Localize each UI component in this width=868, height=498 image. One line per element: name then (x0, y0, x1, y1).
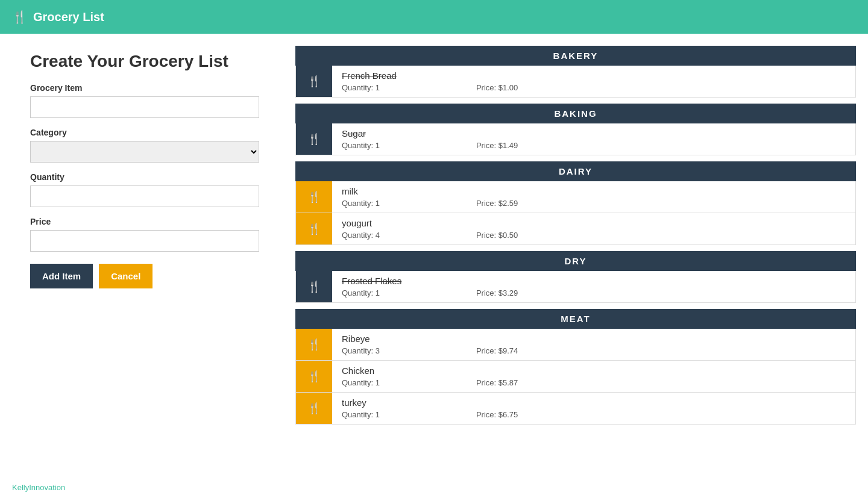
category-group-bakery: BAKERY🍴French BreadQuantity: 1Price: $1.… (295, 46, 856, 98)
item-details: Quantity: 1Price: $3.29 (342, 288, 846, 297)
item-details: Quantity: 1Price: $2.59 (342, 199, 846, 208)
item-name: milk (342, 186, 846, 196)
item-quantity: Quantity: 1 (342, 141, 380, 150)
cancel-button[interactable]: Cancel (99, 264, 153, 288)
category-header: DAIRY (295, 161, 856, 181)
item-content: RibeyeQuantity: 3Price: $9.74 (332, 329, 855, 360)
item-icon: 🍴 (296, 66, 332, 97)
category-group-dry: DRY🍴Frosted FlakesQuantity: 1Price: $3.2… (295, 251, 856, 303)
item-quantity: Quantity: 1 (342, 378, 380, 387)
price-group: Price (30, 217, 259, 252)
grocery-list-panel: BAKERY🍴French BreadQuantity: 1Price: $1.… (289, 34, 868, 443)
item-icon: 🍴 (296, 393, 332, 424)
category-group-meat: MEAT🍴RibeyeQuantity: 3Price: $9.74🍴Chick… (295, 309, 856, 425)
list-item[interactable]: 🍴French BreadQuantity: 1Price: $1.00 (295, 66, 856, 98)
category-group: Category Bakery Baking Dairy Dry Meat Pr… (30, 128, 259, 163)
category-header: DRY (295, 251, 856, 271)
grocery-item-label: Grocery Item (30, 83, 259, 93)
item-icon: 🍴 (296, 181, 332, 213)
item-price: Price: $2.59 (476, 199, 518, 208)
item-content: yougurtQuantity: 4Price: $0.50 (332, 213, 855, 244)
item-name: Chicken (342, 366, 846, 376)
category-header: MEAT (295, 309, 856, 329)
item-content: turkeyQuantity: 1Price: $6.75 (332, 393, 855, 424)
item-icon: 🍴 (296, 213, 332, 244)
app-icon: 🍴 (12, 10, 27, 24)
item-name: Ribeye (342, 334, 846, 344)
grocery-item-input[interactable] (30, 96, 259, 118)
item-price: Price: $5.87 (476, 378, 518, 387)
list-item[interactable]: 🍴yougurtQuantity: 4Price: $0.50 (295, 213, 856, 245)
list-item[interactable]: 🍴SugarQuantity: 1Price: $1.49 (295, 123, 856, 155)
form-panel: Create Your Grocery List Grocery Item Ca… (0, 34, 289, 443)
item-name: French Bread (342, 70, 846, 81)
item-name: yougurt (342, 218, 846, 228)
category-group-dairy: DAIRY🍴milkQuantity: 1Price: $2.59🍴yougur… (295, 161, 856, 245)
app-title: Grocery List (33, 10, 104, 24)
item-quantity: Quantity: 1 (342, 83, 380, 92)
item-price: Price: $3.29 (476, 288, 518, 297)
price-label: Price (30, 217, 259, 226)
quantity-label: Quantity (30, 172, 259, 182)
category-group-baking: BAKING🍴SugarQuantity: 1Price: $1.49 (295, 104, 856, 155)
list-item[interactable]: 🍴Frosted FlakesQuantity: 1Price: $3.29 (295, 271, 856, 303)
item-quantity: Quantity: 1 (342, 288, 380, 297)
app-header: 🍴 Grocery List (0, 0, 868, 34)
list-item[interactable]: 🍴milkQuantity: 1Price: $2.59 (295, 181, 856, 213)
item-content: milkQuantity: 1Price: $2.59 (332, 181, 855, 213)
category-header: BAKERY (295, 46, 856, 66)
item-quantity: Quantity: 3 (342, 346, 380, 355)
list-item[interactable]: 🍴ChickenQuantity: 1Price: $5.87 (295, 361, 856, 393)
item-name: Frosted Flakes (342, 276, 846, 286)
item-details: Quantity: 3Price: $9.74 (342, 346, 846, 355)
item-details: Quantity: 4Price: $0.50 (342, 231, 846, 240)
item-content: French BreadQuantity: 1Price: $1.00 (332, 66, 855, 97)
item-quantity: Quantity: 4 (342, 231, 380, 240)
add-item-button[interactable]: Add Item (30, 264, 93, 288)
item-quantity: Quantity: 1 (342, 410, 380, 419)
quantity-group: Quantity (30, 172, 259, 207)
category-label: Category (30, 128, 259, 137)
item-details: Quantity: 1Price: $1.49 (342, 141, 846, 150)
item-details: Quantity: 1Price: $6.75 (342, 410, 846, 419)
item-name: Sugar (342, 128, 846, 139)
item-icon: 🍴 (296, 271, 332, 302)
item-icon: 🍴 (296, 361, 332, 392)
item-icon: 🍴 (296, 329, 332, 360)
item-content: ChickenQuantity: 1Price: $5.87 (332, 361, 855, 392)
item-icon: 🍴 (296, 123, 332, 155)
quantity-input[interactable] (30, 185, 259, 207)
item-quantity: Quantity: 1 (342, 199, 380, 208)
grocery-item-group: Grocery Item (30, 83, 259, 118)
item-details: Quantity: 1Price: $5.87 (342, 378, 846, 387)
item-price: Price: $9.74 (476, 346, 518, 355)
form-title: Create Your Grocery List (30, 52, 259, 71)
item-price: Price: $1.00 (476, 83, 518, 92)
main-layout: Create Your Grocery List Grocery Item Ca… (0, 34, 868, 443)
item-details: Quantity: 1Price: $1.00 (342, 83, 846, 92)
list-item[interactable]: 🍴turkeyQuantity: 1Price: $6.75 (295, 393, 856, 425)
button-row: Add Item Cancel (30, 264, 259, 288)
category-select[interactable]: Bakery Baking Dairy Dry Meat Produce (30, 141, 259, 163)
list-item[interactable]: 🍴RibeyeQuantity: 3Price: $9.74 (295, 329, 856, 361)
category-header: BAKING (295, 104, 856, 123)
item-price: Price: $1.49 (476, 141, 518, 150)
item-content: Frosted FlakesQuantity: 1Price: $3.29 (332, 271, 855, 302)
item-price: Price: $6.75 (476, 410, 518, 419)
item-content: SugarQuantity: 1Price: $1.49 (332, 123, 855, 155)
item-price: Price: $0.50 (476, 231, 518, 240)
price-input[interactable] (30, 230, 259, 252)
item-name: turkey (342, 397, 846, 408)
